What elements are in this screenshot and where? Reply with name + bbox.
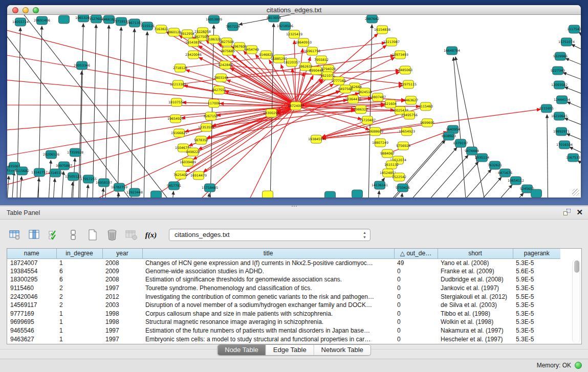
graph-node[interactable]: 9733426 <box>396 184 410 192</box>
table-options-button[interactable] <box>7 227 23 243</box>
graph-node[interactable]: 9777169 <box>332 77 346 85</box>
graph-node[interactable]: 16210645 <box>551 112 568 120</box>
table-cell[interactable]: 2 <box>56 292 102 301</box>
graph-node[interactable]: 16154838 <box>374 26 390 34</box>
graph-node[interactable]: 12444134 <box>554 96 570 104</box>
table-cell[interactable]: Hescheler et al. (1997) <box>438 335 513 343</box>
table-cell[interactable]: 2 <box>56 284 102 293</box>
table-cell[interactable]: 2 <box>56 301 102 310</box>
table-cell[interactable]: 1997 <box>102 335 142 343</box>
table-cell[interactable]: 2012 <box>102 292 142 301</box>
table-cell[interactable]: 5.9E-5 <box>513 275 560 284</box>
table-cell[interactable]: 5.3E-5 <box>513 335 560 343</box>
graph-node[interactable]: 8912954 <box>180 30 194 38</box>
graph-node[interactable]: 20364436 <box>345 95 361 103</box>
table-cell[interactable]: 0 <box>394 284 438 293</box>
table-cell[interactable]: 19384554 <box>7 267 56 276</box>
graph-node[interactable]: 12213987 <box>383 38 400 46</box>
new-table-button[interactable] <box>85 227 100 243</box>
table-cell[interactable]: 9699695 <box>7 318 56 326</box>
graph-node[interactable]: 621604 <box>384 100 397 108</box>
table-cell[interactable]: 18724007 <box>7 258 56 267</box>
table-cell[interactable]: Jankovic et al. (1997) <box>438 284 513 293</box>
tab-network-table[interactable]: Network Table <box>314 345 371 355</box>
graph-node[interactable]: 20691406 <box>34 16 50 25</box>
table-cell[interactable]: 0 <box>394 310 438 318</box>
graph-node[interactable]: 18807249 <box>372 139 388 147</box>
graph-node[interactable] <box>151 191 162 198</box>
graph-node[interactable]: 9242848 <box>218 61 232 69</box>
table-cell[interactable]: 5.3E-5 <box>513 284 560 293</box>
table-cell[interactable]: 0 <box>394 318 438 326</box>
table-cell[interactable]: 5.3E-5 <box>513 301 560 310</box>
table-cell[interactable]: 5.5E-5 <box>513 292 560 301</box>
table-cell[interactable]: 1 <box>56 310 102 318</box>
graph-node[interactable]: 18640910 <box>295 38 312 47</box>
graph-node[interactable] <box>352 190 363 198</box>
table-row[interactable]: 1938455462009Genome-wide association stu… <box>7 267 560 276</box>
table-row[interactable]: 1872400712008Changes of HCN gene express… <box>7 258 560 267</box>
table-cell[interactable]: 5.3E-5 <box>513 326 560 335</box>
graph-node[interactable]: 5878352 <box>194 136 208 144</box>
graph-node[interactable]: 6379197 <box>453 139 468 147</box>
graph-node[interactable]: 7625402 <box>173 171 188 179</box>
table-cell[interactable]: Investigating the contribution of common… <box>142 292 394 301</box>
graph-node[interactable]: 2935114 <box>475 154 489 162</box>
graph-node[interactable]: 2987642 <box>365 15 379 23</box>
table-cell[interactable]: 2003 <box>102 301 142 310</box>
table-cell[interactable]: Estimation of the future numbers of pati… <box>142 326 394 335</box>
table-row[interactable]: 911546021997Tourette syndrome. Phenomeno… <box>7 284 560 293</box>
table-cell[interactable]: 1 <box>56 258 102 267</box>
column-header-pagerank[interactable]: pagerank <box>513 249 560 258</box>
table-cell[interactable]: 0 <box>394 275 438 284</box>
graph-node[interactable]: 9227349 <box>551 67 565 75</box>
table-scrollbar[interactable] <box>572 259 580 343</box>
graph-node[interactable] <box>263 191 273 198</box>
graph-node[interactable]: 9756928 <box>396 142 410 150</box>
table-cell[interactable]: 6 <box>56 275 102 284</box>
graph-node[interactable]: 117006 <box>208 99 220 107</box>
table-cell[interactable]: 1 <box>56 335 102 343</box>
graph-node[interactable]: 2522542 <box>392 173 406 181</box>
graph-node[interactable]: 15720407 <box>359 116 376 124</box>
graph-node[interactable]: 9884067 <box>380 149 395 158</box>
graph-node[interactable]: 10654112 <box>508 177 524 185</box>
graph-node[interactable]: 15718485 <box>202 184 218 192</box>
table-cell[interactable]: 9777169 <box>7 310 56 318</box>
graph-node[interactable]: 2803144 <box>214 74 228 82</box>
table-cell[interactable]: Structural magnetic resonance image aver… <box>142 318 394 326</box>
table-cell[interactable]: 2008 <box>102 275 142 284</box>
graph-node[interactable]: 1527602 <box>89 15 103 23</box>
table-cell[interactable]: Stergiakouli et al. (2012) <box>438 292 513 301</box>
function-builder-button[interactable]: f(x) <box>143 227 159 243</box>
table-select-dropdown[interactable]: citations_edges.txt ▲▼ <box>169 229 371 241</box>
unselect-button[interactable] <box>66 227 81 243</box>
column-header-in_degree[interactable]: in_degree <box>56 249 102 258</box>
graph-node[interactable]: 19384554 <box>308 135 324 143</box>
graph-node[interactable]: 16958107 <box>96 179 112 187</box>
table-cell[interactable]: 1 <box>56 318 102 326</box>
graph-node[interactable] <box>531 189 542 198</box>
table-cell[interactable]: de Silva et al. (2003) <box>438 301 513 310</box>
table-cell[interactable]: 18300295 <box>7 275 56 284</box>
graph-node[interactable]: 7632621 <box>488 161 502 169</box>
graph-node[interactable]: 9474444 <box>465 147 479 155</box>
graph-node[interactable]: 7955812 <box>314 56 329 64</box>
graph-node[interactable]: 14055724 <box>12 18 29 26</box>
graph-node[interactable]: 9699695 <box>420 119 434 127</box>
table-cell[interactable]: Estimation of significance thresholds fo… <box>142 275 394 284</box>
graph-node[interactable]: 12975115 <box>400 80 417 89</box>
table-cell[interactable]: 1998 <box>102 310 142 318</box>
graph-node[interactable]: 7163822 <box>154 25 168 33</box>
graph-node[interactable]: 7485063 <box>398 66 412 74</box>
table-cell[interactable]: 49 <box>394 258 438 267</box>
graph-node[interactable]: 8215955 <box>539 104 554 113</box>
graph-node[interactable]: 18107552 <box>168 98 185 106</box>
graph-node[interactable]: 19654923 <box>399 127 415 136</box>
table-cell[interactable]: 2008 <box>102 258 142 267</box>
table-cell[interactable]: Yano et al. (2008) <box>438 258 513 267</box>
graph-node[interactable]: 9463627 <box>404 96 418 104</box>
graph-node[interactable]: 8471676 <box>498 169 512 177</box>
graph-node[interactable]: 8267150 <box>204 112 218 120</box>
table-cell[interactable]: Genome-wide association studies in ADHD. <box>142 267 394 276</box>
